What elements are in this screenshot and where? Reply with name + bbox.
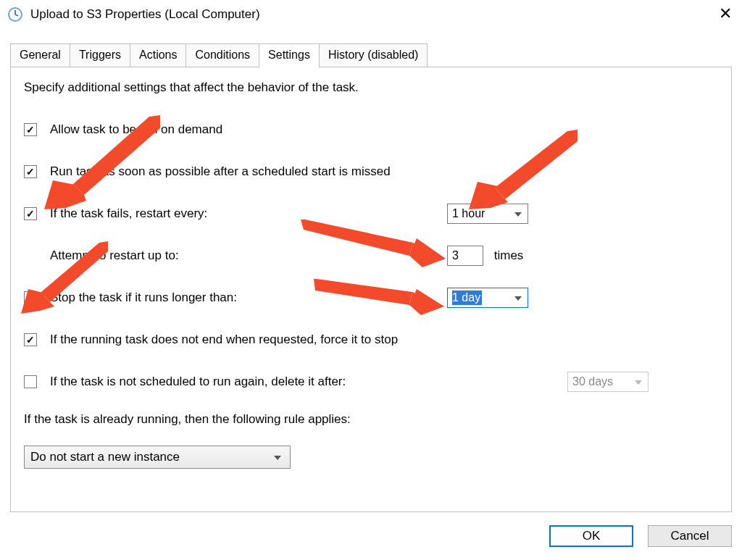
checkbox-restart-on-fail[interactable] (24, 207, 37, 220)
titlebar: Upload to S3 Properties (Local Computer)… (0, 0, 742, 29)
attempt-count-value: 3 (452, 249, 459, 262)
row-delete-if-unscheduled: If the task is not scheduled to run agai… (24, 370, 718, 393)
settings-intro: Specify additional settings that affect … (24, 80, 718, 95)
task-scheduler-icon (7, 7, 23, 22)
tab-actions[interactable]: Actions (130, 43, 186, 67)
tab-triggers[interactable]: Triggers (70, 43, 130, 67)
label-run-after-missed: Run task as soon as possible after a sch… (50, 164, 718, 179)
tab-history[interactable]: History (disabled) (319, 43, 428, 67)
label-attempt-count: Attempt to restart up to: (50, 248, 718, 263)
stop-if-long-dropdown[interactable]: 1 day (447, 288, 528, 308)
running-rule-dropdown[interactable]: Do not start a new instance (24, 446, 291, 469)
restart-interval-value: 1 hour (452, 207, 485, 220)
close-button[interactable]: ✕ (714, 4, 736, 25)
row-stop-if-long: Stop the task if it runs longer than: 1 … (24, 286, 718, 309)
tab-settings[interactable]: Settings (259, 43, 320, 68)
settings-panel: Specify additional settings that affect … (10, 67, 732, 512)
running-rule-value: Do not start a new instance (30, 450, 180, 464)
ok-button[interactable]: OK (549, 525, 633, 547)
row-allow-on-demand: Allow task to be run on demand (24, 118, 718, 141)
row-force-stop: If the running task does not end when re… (24, 328, 718, 351)
label-restart-on-fail: If the task fails, restart every: (50, 206, 718, 221)
restart-interval-dropdown[interactable]: 1 hour (447, 204, 528, 224)
checkbox-stop-if-long[interactable] (24, 291, 37, 304)
tab-general[interactable]: General (10, 43, 70, 67)
label-stop-if-long: Stop the task if it runs longer than: (50, 291, 718, 305)
svg-line-2 (15, 14, 18, 16)
stop-if-long-value: 1 day (452, 291, 482, 305)
running-rule-label: If the task is already running, then the… (24, 412, 718, 427)
attempt-count-input[interactable]: 3 (447, 246, 483, 266)
tab-conditions[interactable]: Conditions (186, 43, 259, 67)
checkbox-run-after-missed[interactable] (24, 165, 37, 178)
label-allow-on-demand: Allow task to be run on demand (50, 122, 718, 137)
checkbox-delete-if-unscheduled[interactable] (24, 375, 37, 388)
checkbox-allow-on-demand[interactable] (24, 123, 37, 136)
checkbox-force-stop[interactable] (24, 333, 37, 346)
cancel-button[interactable]: Cancel (648, 525, 732, 547)
delete-after-dropdown: 30 days (567, 372, 649, 392)
delete-after-value: 30 days (572, 375, 613, 388)
dialog-footer: OK Cancel (10, 525, 732, 547)
row-restart-on-fail: If the task fails, restart every: 1 hour (24, 202, 718, 225)
row-run-after-missed: Run task as soon as possible after a sch… (24, 160, 718, 183)
attempt-count-suffix: times (494, 248, 524, 262)
label-force-stop: If the running task does not end when re… (50, 333, 718, 347)
tabstrip: General Triggers Actions Conditions Sett… (10, 43, 732, 67)
row-attempt-count: Attempt to restart up to: 3 times (24, 244, 718, 267)
window-title: Upload to S3 Properties (Local Computer) (30, 7, 714, 22)
